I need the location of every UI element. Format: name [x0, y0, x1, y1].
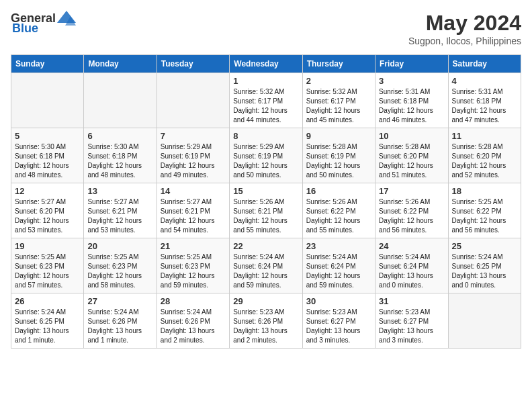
- day-info-line: Daylight: 12 hours: [161, 217, 215, 224]
- day-number: 10: [379, 131, 444, 141]
- column-header-thursday: Thursday: [302, 55, 375, 73]
- day-info: Sunrise: 5:23 AMSunset: 6:26 PMDaylight:…: [233, 308, 298, 345]
- day-info: Sunrise: 5:24 AMSunset: 6:25 PMDaylight:…: [452, 253, 517, 290]
- day-info-line: Daylight: 12 hours: [306, 217, 361, 224]
- day-number: 1: [233, 76, 298, 86]
- day-number: 23: [306, 241, 371, 251]
- day-info-line: and 55 minutes.: [306, 226, 354, 234]
- day-info-line: Sunset: 6:21 PM: [161, 208, 210, 215]
- day-info-line: Sunrise: 5:25 AM: [452, 198, 503, 205]
- day-info-line: Sunrise: 5:27 AM: [87, 198, 138, 205]
- day-number: 29: [233, 296, 298, 306]
- day-info-line: Sunset: 6:25 PM: [15, 318, 64, 325]
- column-header-monday: Monday: [84, 55, 157, 73]
- day-info-line: Daylight: 13 hours: [161, 327, 215, 334]
- day-info-line: Sunrise: 5:24 AM: [87, 308, 138, 316]
- day-info: Sunrise: 5:31 AMSunset: 6:18 PMDaylight:…: [452, 87, 517, 125]
- calendar-cell: 21Sunrise: 5:25 AMSunset: 6:23 PMDayligh…: [157, 238, 229, 293]
- day-info-line: and 49 minutes.: [161, 171, 208, 179]
- day-info-line: Daylight: 12 hours: [161, 272, 215, 279]
- calendar-cell: 12Sunrise: 5:27 AMSunset: 6:20 PMDayligh…: [11, 183, 84, 238]
- day-info-line: Sunset: 6:18 PM: [15, 152, 64, 160]
- day-info-line: and 44 minutes.: [233, 116, 281, 124]
- calendar-cell: 17Sunrise: 5:26 AMSunset: 6:22 PMDayligh…: [375, 183, 448, 238]
- day-info-line: Sunrise: 5:28 AM: [452, 143, 503, 150]
- calendar-cell: 19Sunrise: 5:25 AMSunset: 6:23 PMDayligh…: [11, 238, 84, 293]
- day-info: Sunrise: 5:25 AMSunset: 6:23 PMDaylight:…: [161, 253, 226, 290]
- day-info: Sunrise: 5:23 AMSunset: 6:27 PMDaylight:…: [306, 308, 371, 345]
- day-info-line: Daylight: 12 hours: [233, 107, 287, 114]
- day-info-line: and 3 minutes.: [306, 336, 351, 344]
- day-number: 18: [452, 186, 517, 196]
- day-info-line: and 59 minutes.: [233, 281, 281, 289]
- day-info-line: Sunset: 6:22 PM: [379, 208, 429, 215]
- day-info: Sunrise: 5:28 AMSunset: 6:20 PMDaylight:…: [452, 142, 517, 180]
- day-info: Sunrise: 5:24 AMSunset: 6:25 PMDaylight:…: [15, 308, 80, 345]
- day-info: Sunrise: 5:24 AMSunset: 6:26 PMDaylight:…: [87, 308, 152, 345]
- calendar-cell: 6Sunrise: 5:30 AMSunset: 6:18 PMDaylight…: [84, 128, 157, 183]
- day-info-line: and 53 minutes.: [87, 226, 135, 234]
- day-info-line: Sunrise: 5:32 AM: [306, 88, 357, 95]
- day-info-line: Sunrise: 5:29 AM: [161, 143, 212, 150]
- day-info: Sunrise: 5:25 AMSunset: 6:22 PMDaylight:…: [452, 197, 517, 235]
- day-info-line: Daylight: 12 hours: [452, 162, 506, 169]
- calendar-cell: 16Sunrise: 5:26 AMSunset: 6:22 PMDayligh…: [302, 183, 375, 238]
- day-info-line: Sunrise: 5:24 AM: [452, 253, 503, 261]
- day-info-line: Daylight: 12 hours: [306, 162, 361, 169]
- page-header: General Blue May 2024 Sugpon, Ilocos, Ph…: [11, 11, 521, 46]
- day-info-line: Daylight: 12 hours: [15, 272, 69, 279]
- day-info: Sunrise: 5:27 AMSunset: 6:21 PMDaylight:…: [161, 197, 226, 235]
- calendar-cell: 26Sunrise: 5:24 AMSunset: 6:25 PMDayligh…: [11, 293, 84, 349]
- day-info-line: and 2 minutes.: [161, 336, 205, 344]
- week-row-4: 19Sunrise: 5:25 AMSunset: 6:23 PMDayligh…: [11, 238, 521, 293]
- day-info-line: Sunset: 6:23 PM: [87, 263, 137, 270]
- day-info-line: and 46 minutes.: [379, 116, 427, 124]
- day-info: Sunrise: 5:23 AMSunset: 6:27 PMDaylight:…: [379, 308, 444, 345]
- day-number: 9: [306, 131, 371, 141]
- logo-blue: Blue: [12, 21, 38, 36]
- week-row-1: 1Sunrise: 5:32 AMSunset: 6:17 PMDaylight…: [11, 73, 521, 128]
- day-info-line: and 53 minutes.: [15, 226, 62, 234]
- column-header-friday: Friday: [375, 55, 448, 73]
- day-number: 27: [87, 296, 152, 306]
- day-info-line: Sunrise: 5:26 AM: [306, 198, 357, 205]
- day-number: 20: [87, 241, 152, 251]
- day-info-line: Sunset: 6:18 PM: [379, 97, 429, 105]
- header-row: SundayMondayTuesdayWednesdayThursdayFrid…: [11, 55, 521, 73]
- day-info-line: Daylight: 12 hours: [452, 107, 506, 114]
- day-info-line: Daylight: 12 hours: [452, 217, 506, 224]
- day-info-line: Sunrise: 5:24 AM: [233, 253, 284, 261]
- calendar-cell: 24Sunrise: 5:24 AMSunset: 6:24 PMDayligh…: [375, 238, 448, 293]
- day-info: Sunrise: 5:25 AMSunset: 6:23 PMDaylight:…: [87, 253, 152, 290]
- day-info-line: Daylight: 12 hours: [379, 217, 433, 224]
- day-info-line: Sunrise: 5:28 AM: [379, 143, 430, 150]
- day-info-line: Sunrise: 5:24 AM: [379, 253, 430, 261]
- day-info-line: Sunset: 6:23 PM: [161, 263, 210, 270]
- day-info-line: Sunrise: 5:23 AM: [379, 308, 430, 316]
- calendar-cell: 25Sunrise: 5:24 AMSunset: 6:25 PMDayligh…: [448, 238, 521, 293]
- calendar-cell: [11, 73, 84, 128]
- day-info: Sunrise: 5:32 AMSunset: 6:17 PMDaylight:…: [233, 87, 298, 125]
- day-info-line: Daylight: 13 hours: [15, 327, 69, 334]
- day-info-line: Sunset: 6:21 PM: [233, 208, 283, 215]
- day-info-line: Sunrise: 5:27 AM: [15, 198, 66, 205]
- day-info-line: and 55 minutes.: [233, 226, 281, 234]
- day-info-line: Sunset: 6:24 PM: [306, 263, 356, 270]
- day-info-line: Sunrise: 5:24 AM: [161, 308, 212, 316]
- day-info-line: and 48 minutes.: [15, 171, 62, 179]
- day-info-line: Sunrise: 5:31 AM: [452, 88, 503, 95]
- day-info-line: Sunrise: 5:24 AM: [306, 253, 357, 261]
- day-info-line: Sunset: 6:19 PM: [306, 152, 356, 160]
- day-info-line: Sunset: 6:27 PM: [306, 318, 356, 325]
- day-info: Sunrise: 5:30 AMSunset: 6:18 PMDaylight:…: [15, 142, 80, 180]
- day-info-line: and 2 minutes.: [233, 336, 277, 344]
- calendar-cell: 14Sunrise: 5:27 AMSunset: 6:21 PMDayligh…: [157, 183, 229, 238]
- day-info-line: Sunrise: 5:28 AM: [306, 143, 357, 150]
- week-row-3: 12Sunrise: 5:27 AMSunset: 6:20 PMDayligh…: [11, 183, 521, 238]
- day-info-line: Daylight: 12 hours: [161, 162, 215, 169]
- day-info-line: Sunrise: 5:27 AM: [161, 198, 212, 205]
- title-area: May 2024 Sugpon, Ilocos, Philippines: [408, 11, 521, 46]
- day-info-line: Daylight: 13 hours: [233, 327, 287, 334]
- day-info: Sunrise: 5:26 AMSunset: 6:22 PMDaylight:…: [379, 197, 444, 235]
- day-number: 6: [87, 131, 152, 141]
